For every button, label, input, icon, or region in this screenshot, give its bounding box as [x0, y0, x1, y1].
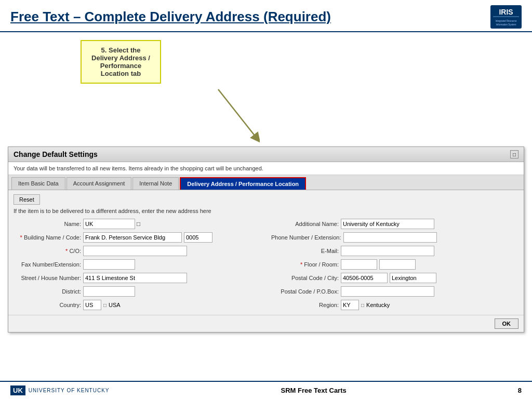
page-title: Free Text – Complete Delivery Address (R… [10, 9, 331, 25]
iris-logo-svg: IRIS Integrated Resource Information Sys… [490, 5, 522, 29]
dialog-controls: □ [510, 150, 518, 158]
street-row: Street / House Number: [14, 272, 261, 284]
region-name-text: Kentucky [366, 302, 390, 308]
city-input[interactable] [390, 273, 436, 283]
building-label: Building Name / Code: [14, 234, 81, 241]
footer-page-number: 8 [518, 387, 522, 394]
tab-item-basic-data[interactable]: Item Basic Data [11, 177, 65, 190]
postal-city-row: Postal Code / City: [271, 272, 518, 284]
fax-label: Fax Number/Extension: [14, 261, 81, 268]
svg-text:Integrated Resource: Integrated Resource [496, 20, 517, 22]
dialog-titlebar: Change Default Settings □ [8, 147, 524, 162]
additional-name-label: Additional Name: [271, 221, 339, 227]
callout-text: 5. Select the Delivery Address / Perform… [91, 46, 150, 77]
phone-row: Phone Number / Extension: [271, 232, 518, 243]
floor-input2[interactable] [379, 259, 416, 270]
postal-code-input[interactable] [341, 273, 388, 283]
email-row: E-Mail: [271, 245, 518, 257]
region-code-input[interactable] [341, 300, 359, 310]
postal-city-input-group [341, 273, 436, 283]
district-input[interactable] [83, 286, 135, 297]
country-separator-icon: □ [103, 302, 107, 308]
dialog-title: Change Default Settings [14, 150, 98, 158]
callout-box: 5. Select the Delivery Address / Perform… [81, 40, 161, 84]
dialog-window: Change Default Settings □ Your data will… [8, 147, 524, 332]
uk-logo: UK [10, 385, 25, 395]
iris-logo: IRIS Integrated Resource Information Sys… [490, 5, 522, 29]
page-header: Free Text – Complete Delivery Address (R… [0, 0, 532, 32]
floor-label: Floor / Room: [271, 261, 339, 268]
district-label: District: [14, 288, 81, 295]
additional-name-row: Additional Name: [271, 218, 518, 230]
form-right-column: Additional Name: Phone Number / Extensio… [271, 218, 518, 311]
floor-input1[interactable] [341, 259, 377, 270]
form-grid: Name: □ Building Name / Code: [14, 218, 518, 311]
page-footer: UK UNIVERSITY OF KENTUCKY SRM Free Text … [0, 381, 532, 399]
dialog-info-text: Your data will be transferred to all new… [8, 162, 524, 175]
region-separator-icon: □ [361, 302, 364, 308]
name-copy-icon[interactable]: □ [137, 220, 140, 228]
fax-input[interactable] [83, 259, 135, 270]
co-row: C/O: [14, 245, 261, 257]
footer-center-text: SRM Free Text Carts [281, 387, 347, 394]
phone-label: Phone Number / Extension: [271, 234, 341, 241]
district-row: District: [14, 286, 261, 297]
dialog-footer: OK [8, 315, 524, 332]
footer-logo-group: UK UNIVERSITY OF KENTUCKY [10, 385, 110, 395]
postal-po-label: Postal Code / P.O.Box: [271, 288, 339, 295]
svg-line-6 [218, 89, 257, 139]
form-content: Reset If the item is to be delivered to … [8, 190, 524, 315]
building-name-input[interactable] [83, 232, 182, 243]
tab-delivery-address[interactable]: Delivery Address / Performance Location [180, 177, 306, 190]
main-content: 5. Select the Delivery Address / Perform… [0, 32, 532, 43]
street-input[interactable] [83, 273, 187, 283]
tab-account-assignment[interactable]: Account Assignment [66, 177, 132, 190]
region-label: Region: [271, 302, 339, 308]
name-input-group: □ [83, 219, 140, 229]
svg-text:IRIS: IRIS [499, 8, 513, 16]
tabs-bar: Item Basic Data Account Assignment Inter… [8, 175, 524, 190]
ok-button[interactable]: OK [495, 318, 519, 329]
fax-row: Fax Number/Extension: [14, 259, 261, 270]
country-code-input[interactable] [83, 300, 101, 310]
street-label: Street / House Number: [14, 275, 81, 281]
co-label: C/O: [14, 248, 81, 254]
dialog-body: Your data will be transferred to all new… [8, 162, 524, 332]
email-label: E-Mail: [271, 248, 339, 254]
university-name: UNIVERSITY OF KENTUCKY [29, 388, 110, 393]
name-label: Name: [14, 221, 81, 227]
region-row: Region: □ Kentucky [271, 299, 518, 311]
additional-name-input[interactable] [341, 219, 434, 229]
form-description: If the item is to be delivered to a diff… [14, 208, 518, 214]
tab-internal-note[interactable]: Internal Note [132, 177, 179, 190]
country-input-group: □ USA [83, 300, 121, 310]
co-input[interactable] [83, 246, 187, 256]
region-input-group: □ Kentucky [341, 300, 390, 310]
country-name-text: USA [109, 302, 121, 308]
name-row: Name: □ [14, 218, 261, 230]
name-input[interactable] [83, 219, 135, 229]
building-input-group [83, 232, 212, 243]
building-row: Building Name / Code: [14, 232, 261, 243]
callout-arrow-svg [156, 84, 260, 147]
svg-text:Information System: Information System [496, 23, 516, 26]
building-code-input[interactable] [184, 232, 212, 243]
form-left-column: Name: □ Building Name / Code: [14, 218, 261, 311]
email-input[interactable] [341, 246, 434, 256]
postal-po-row: Postal Code / P.O.Box: [271, 286, 518, 297]
floor-row: Floor / Room: [271, 259, 518, 270]
phone-input[interactable] [343, 232, 437, 243]
postal-city-label: Postal Code / City: [271, 275, 339, 281]
country-row: Country: □ USA [14, 299, 261, 311]
reset-button[interactable]: Reset [14, 194, 40, 205]
country-label: Country: [14, 302, 81, 308]
dialog-resize-button[interactable]: □ [510, 150, 518, 158]
postal-po-input[interactable] [341, 286, 434, 297]
floor-input-group [341, 259, 416, 270]
